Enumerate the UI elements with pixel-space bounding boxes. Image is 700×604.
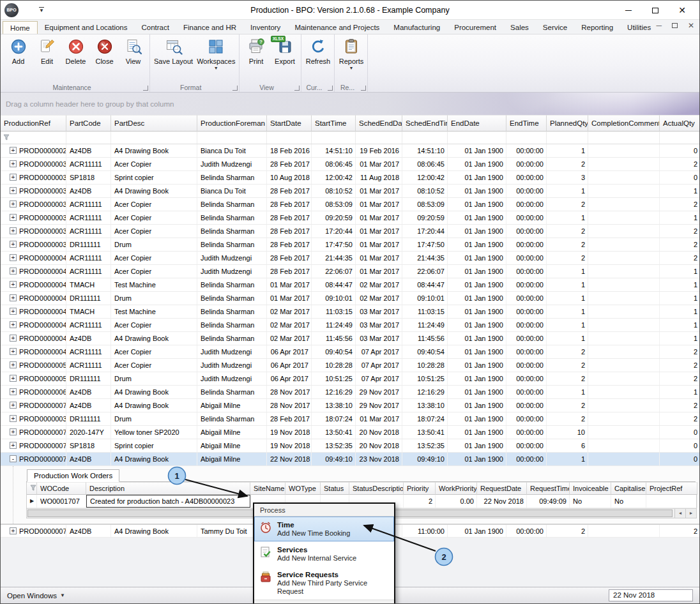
group-dialog-launcher-icon[interactable] xyxy=(232,86,238,91)
ribbon-tab-service[interactable]: Service xyxy=(536,21,574,34)
column-header-status[interactable]: Status xyxy=(321,482,349,495)
expand-row-icon[interactable]: + xyxy=(10,174,17,181)
group-dialog-launcher-icon[interactable] xyxy=(143,86,148,91)
group-dialog-launcher-icon[interactable] xyxy=(328,86,333,91)
expand-row-icon[interactable]: + xyxy=(10,428,17,435)
table-row[interactable]: +PROD00000052DR111111DrumJudith Mudzengi… xyxy=(1,372,699,386)
expand-row-icon[interactable]: + xyxy=(10,321,17,328)
column-header-enddate[interactable]: EndDate xyxy=(448,115,506,132)
column-header-schedenddate[interactable]: SchedEndDate xyxy=(356,115,402,132)
table-row[interactable]: +PROD00000045ACR11111Acer CopierBelinda … xyxy=(1,319,699,332)
subgrid-filter-icon-cell[interactable] xyxy=(27,482,37,495)
column-header-sitename[interactable]: SiteName xyxy=(250,482,285,495)
expand-row-icon[interactable]: + xyxy=(10,187,17,194)
table-row[interactable]: +PROD00000027Az4DBA4 Drawing BookBianca … xyxy=(1,144,699,158)
column-header-partdesc[interactable]: PartDesc xyxy=(111,115,197,132)
expand-row-icon[interactable]: + xyxy=(10,348,17,355)
minimize-button[interactable]: ─ xyxy=(615,5,642,15)
column-header-completioncomments[interactable]: CompletionComments xyxy=(588,115,660,132)
column-header-workpriority[interactable]: WorkPriority xyxy=(436,482,477,495)
maximize-button[interactable] xyxy=(642,5,669,15)
mdi-restore-icon[interactable] xyxy=(672,21,678,30)
expand-row-icon[interactable]: + xyxy=(10,241,17,248)
expand-row-icon[interactable]: + xyxy=(10,361,17,368)
export-button[interactable]: XLSXExport xyxy=(270,36,299,65)
print-button[interactable]: ?Print xyxy=(241,36,270,65)
table-row[interactable]: +PROD00000038DR111111DrumBelinda Sharman… xyxy=(1,412,699,426)
column-header-requesttime[interactable]: RequestTime xyxy=(527,482,570,495)
ribbon-tab-manufacturing[interactable]: Manufacturing xyxy=(386,21,447,34)
tab-production-work-orders[interactable]: Production Work Orders xyxy=(27,469,119,482)
column-header-starttime[interactable]: StartTime xyxy=(312,115,356,132)
column-header-invoiceable[interactable]: Invoiceable xyxy=(570,482,611,495)
column-header-plannedqty[interactable]: PlannedQty xyxy=(547,115,588,132)
table-row[interactable]: +PROD00000032SP1818Sprint copierBelinda … xyxy=(1,171,699,185)
filter-cell[interactable] xyxy=(506,132,547,144)
filter-cell[interactable] xyxy=(356,132,402,144)
menu-item-services[interactable]: ServicesAdd New Internal Service xyxy=(254,541,394,566)
expand-row-icon[interactable]: + xyxy=(10,254,17,261)
column-header-productionforeman[interactable]: ProductionForeman xyxy=(197,115,267,132)
column-header-requestdate[interactable]: RequestDate xyxy=(477,482,527,495)
column-header-endtime[interactable]: EndTime xyxy=(506,115,547,132)
save-layout-button[interactable]: Save Layout xyxy=(152,36,195,65)
menu-item-time[interactable]: TimeAdd New Time Booking xyxy=(254,517,394,541)
mdi-close-icon[interactable]: ✕ xyxy=(688,21,694,30)
table-row[interactable]: +PROD00000041ACR11111Acer CopierJudith M… xyxy=(1,265,699,278)
group-by-bar[interactable]: Drag a column header here to group by th… xyxy=(1,93,699,115)
close-button[interactable]: ✕ xyxy=(669,5,696,15)
column-header-projectref[interactable]: ProjectRef xyxy=(646,482,697,495)
expand-row-icon[interactable]: + xyxy=(10,527,17,534)
menu-resize-handle[interactable]: ..... xyxy=(254,600,394,604)
collapse-row-icon[interactable]: - xyxy=(10,455,17,462)
table-row[interactable]: +PROD00000070Az4DBA4 Drawing BookAbigail… xyxy=(1,399,699,412)
column-header-schedendtime[interactable]: SchedEndTime xyxy=(402,115,448,132)
ribbon-tab-equipment-and-locations[interactable]: Equipment and Locations xyxy=(38,21,135,34)
ribbon-tab-home[interactable]: Home xyxy=(3,21,38,34)
refresh-button[interactable]: Refresh xyxy=(303,36,332,65)
table-row[interactable]: +PROD00000037DR111111DrumBelinda Sharman… xyxy=(1,238,699,252)
table-row[interactable]: +PROD00000036ACR11111Acer CopierBelinda … xyxy=(1,225,699,238)
filter-cell[interactable] xyxy=(660,132,700,144)
table-row[interactable]: +PROD00000043DR111111DrumBelinda Sharman… xyxy=(1,292,699,305)
ribbon-tab-inventory[interactable]: Inventory xyxy=(243,21,287,34)
expand-row-icon[interactable]: + xyxy=(10,281,17,288)
column-header-capitalise[interactable]: Capitalise xyxy=(611,482,646,495)
view-button[interactable]: View xyxy=(119,36,148,65)
table-row[interactable]: +PROD00000034ACR11111Acer CopierBelinda … xyxy=(1,198,699,211)
ribbon-tab-procurement[interactable]: Procurement xyxy=(447,21,503,34)
column-header-priority[interactable]: Priority xyxy=(404,482,436,495)
column-header-wotype[interactable]: WOType xyxy=(285,482,321,495)
ribbon-tab-reporting[interactable]: Reporting xyxy=(574,21,620,34)
table-row[interactable]: +PROD00000033Az4DBA4 Drawing BookBianca … xyxy=(1,185,699,198)
expand-row-icon[interactable]: + xyxy=(10,294,17,301)
open-windows-dropdown[interactable]: Open Windows ▼ xyxy=(7,592,65,600)
ribbon-tab-maintenance-and-projects[interactable]: Maintenance and Projects xyxy=(287,21,386,34)
ribbon-tab-sales[interactable]: Sales xyxy=(503,21,536,34)
expand-row-icon[interactable]: + xyxy=(10,335,17,342)
group-dialog-launcher-icon[interactable] xyxy=(294,86,300,91)
column-header-statusdescription[interactable]: StatusDescription xyxy=(349,482,404,495)
table-row[interactable]: -PROD00000077Az4DBA4 Drawing BookAbigail… xyxy=(1,453,699,466)
table-row[interactable]: +PROD00000044TMACHTest MachineBelinda Sh… xyxy=(1,305,699,319)
add-button[interactable]: Add xyxy=(4,36,33,65)
delete-button[interactable]: Delete xyxy=(61,36,90,65)
expand-row-icon[interactable]: + xyxy=(10,160,17,167)
table-row[interactable]: +PROD00000046Az4DBA4 Drawing BookBelinda… xyxy=(1,332,699,345)
expand-row-icon[interactable]: + xyxy=(10,415,17,422)
edit-button[interactable]: Edit xyxy=(33,36,61,65)
column-header-description[interactable]: Description xyxy=(86,482,250,495)
workspaces-button[interactable]: Workspaces▼ xyxy=(195,36,237,70)
column-header-actualqty[interactable]: ActualQty xyxy=(660,115,700,132)
table-row[interactable]: +PROD000000752020-147YYellow toner SP202… xyxy=(1,426,699,439)
scroll-right-icon[interactable]: ▸ xyxy=(685,509,696,518)
column-header-startdate[interactable]: StartDate xyxy=(267,115,312,132)
expand-row-icon[interactable]: + xyxy=(10,268,17,275)
expand-row-icon[interactable]: + xyxy=(10,147,17,154)
group-dialog-launcher-icon[interactable] xyxy=(361,86,366,91)
table-row[interactable]: +PROD00000049ACR11111Acer CopierJudith M… xyxy=(1,345,699,359)
column-header-partcode[interactable]: PartCode xyxy=(66,115,111,132)
expand-row-icon[interactable]: + xyxy=(10,402,17,409)
expand-row-icon[interactable]: + xyxy=(10,308,17,315)
filter-cell[interactable] xyxy=(111,132,197,144)
